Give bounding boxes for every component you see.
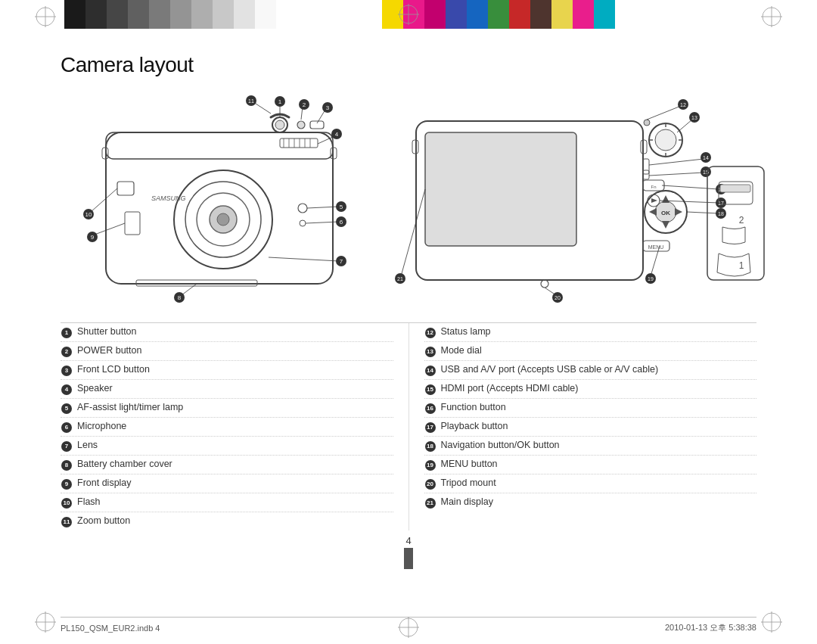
svg-rect-24 [310, 121, 324, 129]
legend-number: 19 [424, 460, 436, 471]
main-content: Camera layout SAMSUNG [61, 53, 756, 606]
legend-text: Playback button [441, 421, 508, 431]
svg-point-25 [298, 204, 307, 213]
svg-rect-88 [643, 170, 649, 179]
legend-item: 7Lens [61, 437, 393, 456]
legend-number: 1 [61, 328, 73, 338]
svg-marker-85 [651, 198, 657, 203]
legend-number: 12 [424, 328, 436, 338]
legend-item: 10Flash [61, 493, 393, 512]
svg-line-98 [649, 159, 704, 165]
svg-line-50 [269, 257, 339, 261]
svg-text:11: 11 [248, 98, 254, 104]
legend-item: 19MENU button [424, 456, 757, 474]
svg-text:SAMSUNG: SAMSUNG [151, 194, 186, 202]
svg-rect-122 [707, 166, 764, 280]
legend-number: 3 [61, 366, 73, 376]
legend-item: 9Front display [61, 474, 393, 493]
svg-text:4: 4 [335, 131, 339, 138]
svg-line-119 [401, 189, 425, 276]
svg-line-47 [306, 222, 339, 223]
page-number-bar [404, 548, 413, 569]
diagrams-row: SAMSUNG [61, 91, 756, 310]
legend-text: Front display [77, 478, 132, 488]
svg-point-12 [217, 213, 229, 226]
legend-number: 5 [61, 403, 73, 414]
svg-text:7: 7 [340, 258, 343, 265]
svg-text:2: 2 [303, 101, 306, 108]
legend-text: Zoom button [77, 515, 130, 526]
svg-line-104 [662, 185, 719, 189]
svg-text:20: 20 [555, 295, 561, 300]
legend-number: 9 [61, 479, 73, 490]
legend-text: Navigation button/OK button [441, 440, 560, 450]
svg-rect-14 [280, 138, 318, 148]
svg-rect-7 [106, 132, 333, 159]
legend-item: 8Battery chamber cover [61, 456, 393, 474]
legend-number-circle: 18 [425, 441, 436, 452]
svg-text:1: 1 [278, 98, 282, 105]
legend-number: 20 [424, 479, 436, 490]
legend-number: 7 [61, 441, 73, 452]
legend-item: 1Shutter button [61, 323, 393, 342]
legend-area: 1Shutter button2POWER button3Front LCD b… [61, 322, 756, 530]
page-number: 4 [405, 535, 411, 546]
legend-number: 10 [61, 498, 73, 509]
legend-number: 2 [61, 347, 73, 357]
legend-number-circle: 13 [425, 347, 436, 357]
legend-item: 6Microphone [61, 418, 393, 437]
reg-mark-tl [35, 6, 56, 30]
svg-line-113 [651, 246, 660, 276]
legend-text: Shutter button [77, 326, 137, 337]
reg-mark-br [761, 611, 782, 635]
reg-mark-bottom-center [398, 617, 419, 640]
legend-item: 21Main display [424, 493, 757, 512]
svg-text:3: 3 [326, 104, 330, 111]
legend-item: 16Function button [424, 399, 757, 418]
svg-rect-27 [125, 212, 140, 235]
svg-point-86 [644, 120, 650, 126]
legend-number-circle: 1 [61, 328, 72, 338]
legend-text: Microphone [77, 421, 126, 431]
footer-date: 2010-01-13 오후 5:38:38 [665, 622, 756, 633]
legend-number: 14 [424, 366, 436, 376]
svg-line-92 [647, 106, 681, 120]
legend-number: 16 [424, 403, 436, 414]
legend-text: POWER button [77, 345, 141, 356]
legend-text: Battery chamber cover [77, 459, 172, 469]
svg-line-53 [182, 284, 197, 295]
legend-number-circle: 17 [425, 422, 436, 433]
legend-number-circle: 11 [61, 517, 72, 527]
legend-number: 13 [424, 347, 436, 357]
legend-number: 6 [61, 422, 73, 433]
legend-item: 5AF-assist light/timer lamp [61, 399, 393, 418]
svg-text:19: 19 [648, 276, 654, 282]
legend-text: USB and A/V port (Accepts USB cable or A… [441, 364, 659, 375]
reg-mark-bl [35, 611, 56, 635]
legend-text: Tripod mount [441, 478, 496, 488]
legend-col-right: 12Status lamp13Mode dial14USB and A/V po… [409, 323, 757, 530]
svg-text:5: 5 [340, 204, 343, 210]
svg-line-101 [649, 173, 704, 176]
svg-text:14: 14 [703, 155, 709, 160]
legend-number: 4 [61, 384, 73, 395]
legend-number-circle: 15 [425, 384, 436, 395]
legend-number-circle: 5 [61, 403, 72, 414]
svg-text:6: 6 [340, 219, 343, 226]
svg-text:10: 10 [85, 211, 92, 218]
svg-line-62 [253, 102, 271, 114]
footer-file: PL150_QSM_EUR2.indb 4 [61, 624, 160, 633]
legend-text: HDMI port (Accepts HDMI cable) [441, 383, 579, 394]
svg-marker-76 [662, 221, 669, 229]
svg-text:1: 1 [739, 260, 744, 271]
svg-rect-87 [643, 159, 649, 174]
legend-number: 18 [424, 441, 436, 452]
svg-line-56 [95, 223, 125, 235]
svg-line-110 [687, 212, 719, 213]
legend-text: Status lamp [441, 326, 491, 337]
legend-number-circle: 12 [425, 328, 436, 338]
svg-text:21: 21 [397, 276, 403, 282]
legend-number-circle: 6 [61, 422, 72, 433]
svg-text:12: 12 [680, 102, 686, 107]
reg-mark-tr [761, 6, 782, 30]
